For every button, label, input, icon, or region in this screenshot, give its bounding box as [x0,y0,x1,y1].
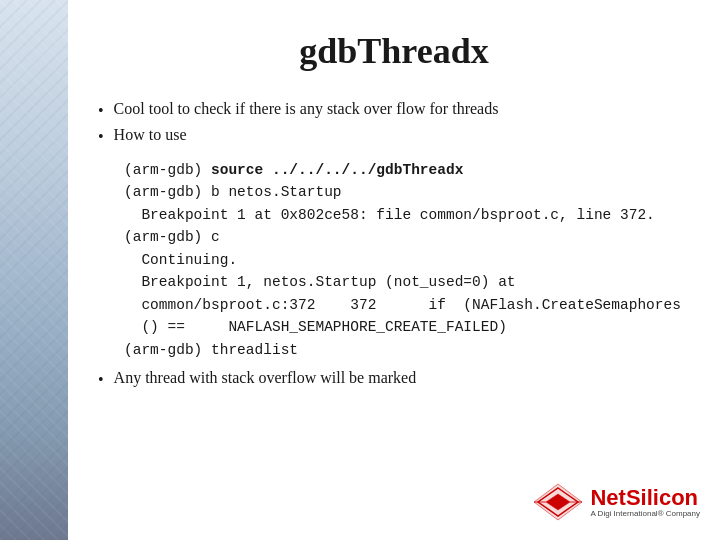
code-line-5: Continuing. [124,252,237,268]
main-content: gdbThreadx • Cool tool to check if there… [68,0,720,540]
logo-name: NetSilicon [590,486,700,510]
last-bullet-item: • Any thread with stack overflow will be… [98,369,690,391]
code-line-2: (arm-gdb) b netos.Startup [124,184,342,200]
bullet-list: • Cool tool to check if there is any sta… [98,100,690,153]
left-bar-pattern [0,0,68,540]
netsilicon-logo-icon [532,482,584,522]
code-line-7: common/bsproot.c:372 372 if (NAFlash.Cre… [124,297,681,313]
bullet-dot-2: • [98,126,104,148]
code-line-8: () == NAFLASH_SEMAPHORE_CREATE_FAILED) [124,319,507,335]
code-line-4: (arm-gdb) c [124,229,220,245]
list-item: • Cool tool to check if there is any sta… [98,100,690,122]
logo-container: NetSilicon A Digi International® Company [532,482,700,522]
left-decorative-bar [0,0,68,540]
logo-area: NetSilicon A Digi International® Company [532,482,700,522]
code-line-1: (arm-gdb) source ../../../../gdbThreadx [124,162,463,178]
code-line-3: Breakpoint 1 at 0x802ce58: file common/b… [124,207,655,223]
page-title: gdbThreadx [98,30,690,72]
bullet-dot-1: • [98,100,104,122]
code-line-9: (arm-gdb) threadlist [124,342,298,358]
list-item: • How to use [98,126,690,148]
logo-text: NetSilicon A Digi International® Company [590,486,700,519]
code-block: (arm-gdb) source ../../../../gdbThreadx … [124,159,690,361]
bullet-text-3: Any thread with stack overflow will be m… [114,369,417,387]
logo-tagline: A Digi International® Company [590,510,700,519]
code-line-6: Breakpoint 1, netos.Startup (not_used=0)… [124,274,516,290]
bullet-text-2: How to use [114,126,187,144]
bullet-dot-3: • [98,369,104,391]
bullet-text-1: Cool tool to check if there is any stack… [114,100,499,118]
